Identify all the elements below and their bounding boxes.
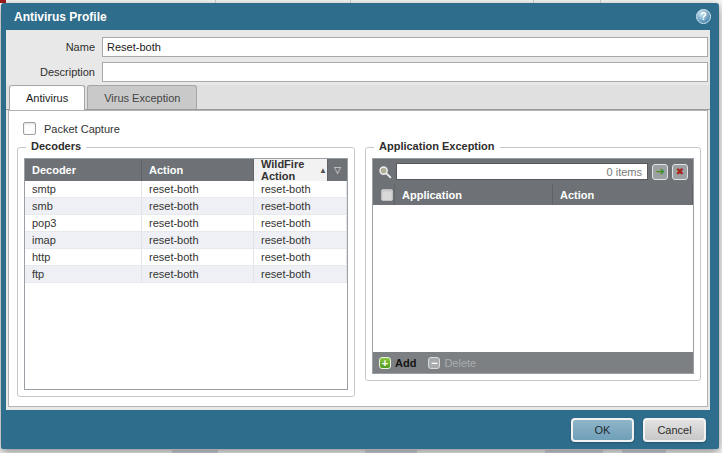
application-table-body — [373, 205, 693, 352]
table-row[interactable]: smtp reset-both reset-both — [25, 181, 347, 198]
cell-action: reset-both — [142, 266, 254, 282]
cell-decoder: imap — [25, 232, 142, 248]
apply-filter-button[interactable]: ➜ — [652, 164, 668, 180]
cell-wildfire-action: reset-both — [254, 181, 347, 197]
add-button[interactable]: + Add — [379, 357, 416, 369]
cancel-button[interactable]: Cancel — [643, 418, 706, 442]
cell-decoder: pop3 — [25, 215, 142, 231]
table-row[interactable]: pop3 reset-both reset-both — [25, 215, 347, 232]
column-header-wildfire-action[interactable]: WildFire Action ▲ — [254, 159, 328, 181]
name-field[interactable] — [102, 37, 708, 57]
cell-decoder: ftp — [25, 266, 142, 282]
description-label: Description — [6, 66, 102, 78]
column-header-application[interactable]: Application — [395, 184, 553, 205]
decoders-table: Decoder Action WildFire Action ▲ ▽ smtp — [24, 158, 348, 390]
clear-filter-button[interactable]: ✖ — [672, 164, 688, 180]
dialog-titlebar: Antivirus Profile ? — [1, 3, 719, 30]
cell-wildfire-action: reset-both — [254, 249, 347, 265]
description-field[interactable] — [102, 62, 708, 82]
table-row[interactable]: imap reset-both reset-both — [25, 232, 347, 249]
items-count: 0 items — [607, 166, 647, 178]
decoders-table-header: Decoder Action WildFire Action ▲ ▽ — [25, 159, 347, 181]
packet-capture-row: Packet Capture — [23, 122, 120, 135]
select-all-checkbox[interactable] — [381, 189, 393, 201]
decoders-group: Decoders Decoder Action WildFire Action … — [17, 147, 355, 397]
column-header-action[interactable]: Action — [553, 184, 693, 205]
application-table-toolbar: + Add − Delete — [373, 352, 693, 373]
column-header-decoder[interactable]: Decoder — [25, 159, 142, 181]
search-icon — [378, 165, 392, 179]
dialog-footer: OK Cancel — [1, 410, 719, 449]
column-header-action[interactable]: Action — [142, 159, 254, 181]
cell-wildfire-action: reset-both — [254, 215, 347, 231]
application-search-bar: 0 items ➜ ✖ — [373, 159, 693, 184]
decoders-table-body: smtp reset-both reset-both smb reset-bot… — [25, 181, 347, 389]
cell-wildfire-action: reset-both — [254, 266, 347, 282]
cell-action: reset-both — [142, 181, 254, 197]
add-plus-icon: + — [379, 357, 391, 369]
table-row[interactable]: ftp reset-both reset-both — [25, 266, 347, 283]
green-arrow-icon: ➜ — [655, 166, 664, 177]
name-label: Name — [6, 41, 102, 53]
table-row[interactable]: http reset-both reset-both — [25, 249, 347, 266]
tab-strip: Antivirus Virus Exception — [6, 85, 710, 110]
dialog-body: Name Description Antivirus Virus Excepti… — [6, 30, 710, 410]
red-x-icon: ✖ — [676, 167, 684, 177]
application-search-input[interactable] — [397, 164, 607, 179]
delete-button-label: Delete — [444, 357, 476, 369]
cell-decoder: http — [25, 249, 142, 265]
antivirus-tab-panel: Packet Capture Decoders Decoder Action W… — [8, 110, 708, 407]
application-exception-group: Application Exception 0 items ➜ — [365, 147, 701, 381]
sort-ascending-icon: ▲ — [319, 166, 327, 175]
column-menu-button[interactable]: ▽ — [328, 159, 347, 181]
cell-action: reset-both — [142, 215, 254, 231]
delete-button[interactable]: − Delete — [428, 357, 476, 369]
cell-decoder: smtp — [25, 181, 142, 197]
name-row: Name — [6, 37, 708, 57]
antivirus-profile-dialog: Antivirus Profile ? Name Description Ant… — [1, 3, 719, 449]
packet-capture-checkbox[interactable] — [23, 122, 36, 135]
chevron-down-icon: ▽ — [334, 165, 341, 175]
description-row: Description — [6, 62, 708, 82]
cell-wildfire-action: reset-both — [254, 232, 347, 248]
delete-minus-icon: − — [428, 357, 440, 369]
packet-capture-label: Packet Capture — [44, 123, 120, 135]
cell-action: reset-both — [142, 249, 254, 265]
cell-action: reset-both — [142, 232, 254, 248]
help-icon[interactable]: ? — [696, 9, 711, 24]
ok-button[interactable]: OK — [571, 418, 634, 442]
dialog-title: Antivirus Profile — [14, 10, 696, 24]
tab-virus-exception[interactable]: Virus Exception — [87, 85, 197, 109]
cell-action: reset-both — [142, 198, 254, 214]
cell-wildfire-action: reset-both — [254, 198, 347, 214]
application-table-header: Application Action — [373, 184, 693, 205]
wildfire-action-label: WildFire Action — [261, 158, 313, 182]
application-search-box: 0 items — [396, 163, 648, 180]
tab-antivirus[interactable]: Antivirus — [9, 85, 85, 110]
select-all-cell — [373, 184, 395, 205]
add-button-label: Add — [395, 357, 416, 369]
cell-decoder: smb — [25, 198, 142, 214]
table-row[interactable]: smb reset-both reset-both — [25, 198, 347, 215]
decoders-legend: Decoders — [26, 140, 86, 152]
application-exception-table: 0 items ➜ ✖ Application — [372, 158, 694, 374]
application-exception-legend: Application Exception — [374, 140, 500, 152]
